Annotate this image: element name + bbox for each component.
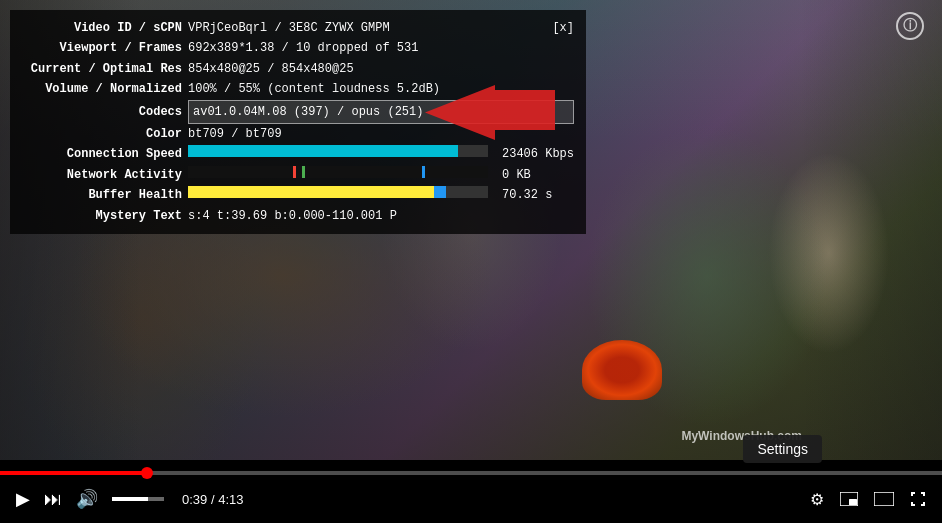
label-resolution: Current / Optimal Res xyxy=(22,59,182,79)
controls-bar: ▶ ⏭ 🔊 0:39 / 4:13 ⚙ xyxy=(0,468,942,523)
fullscreen-button[interactable] xyxy=(910,491,926,507)
stats-row-network: Network Activity 0 KB xyxy=(22,165,574,185)
svg-marker-1 xyxy=(425,85,555,140)
label-videoid: Video ID / sCPN xyxy=(22,18,182,38)
volume-bar-fill xyxy=(112,497,148,501)
volume-bar[interactable] xyxy=(112,497,164,501)
label-color: Color xyxy=(22,124,182,144)
connection-bar-fill xyxy=(188,145,458,157)
stats-close-button[interactable]: [x] xyxy=(552,18,574,38)
stats-row-connection: Connection Speed 23406 Kbps xyxy=(22,144,574,164)
value-videoid: VPRjCeoBqrl / 3E8C ZYWX GMPM xyxy=(188,18,546,38)
network-mark-green xyxy=(302,166,305,178)
skip-button[interactable]: ⏭ xyxy=(44,490,62,508)
progress-bar-fill xyxy=(0,471,147,475)
label-buffer: Buffer Health xyxy=(22,185,182,205)
network-mark-red xyxy=(293,166,296,178)
settings-button[interactable]: ⚙ xyxy=(810,490,824,509)
stats-row-buffer: Buffer Health 70.32 s xyxy=(22,185,574,205)
tulips-decoration xyxy=(582,340,662,400)
stats-row-resolution: Current / Optimal Res 854x480@25 / 854x4… xyxy=(22,59,574,79)
miniplayer-button[interactable] xyxy=(840,492,858,506)
time-current: 0:39 xyxy=(182,492,207,507)
svg-rect-3 xyxy=(849,499,857,505)
connection-speed-bar xyxy=(188,145,488,157)
network-activity-bar xyxy=(188,166,488,178)
buffer-bar-fill-yellow xyxy=(188,186,434,198)
label-network: Network Activity xyxy=(22,165,182,185)
network-mark-blue xyxy=(422,166,425,178)
play-button[interactable]: ▶ xyxy=(16,490,30,508)
label-volume: Volume / Normalized xyxy=(22,79,182,99)
stats-row-videoid: Video ID / sCPN VPRjCeoBqrl / 3E8C ZYWX … xyxy=(22,18,574,38)
svg-rect-4 xyxy=(874,492,894,506)
value-buffer: 70.32 s xyxy=(502,185,552,205)
stats-row-mystery: Mystery Text s:4 t:39.69 b:0.000-110.001… xyxy=(22,206,574,226)
label-connection: Connection Speed xyxy=(22,144,182,164)
time-total: 4:13 xyxy=(218,492,243,507)
controls-row: ▶ ⏭ 🔊 0:39 / 4:13 ⚙ xyxy=(0,475,942,523)
buffer-bar-fill-blue xyxy=(434,186,446,198)
label-codecs: Codecs xyxy=(22,102,182,122)
progress-bar-container[interactable] xyxy=(0,471,942,475)
progress-dot xyxy=(141,467,153,479)
volume-button[interactable]: 🔊 xyxy=(76,490,98,508)
label-mystery: Mystery Text xyxy=(22,206,182,226)
value-resolution: 854x480@25 / 854x480@25 xyxy=(188,59,574,79)
value-mystery: s:4 t:39.69 b:0.000-110.001 P xyxy=(188,206,574,226)
time-display: 0:39 / 4:13 xyxy=(182,492,243,507)
value-viewport: 692x389*1.38 / 10 dropped of 531 xyxy=(188,38,574,58)
info-button[interactable]: ⓘ xyxy=(896,12,924,40)
theater-button[interactable] xyxy=(874,492,894,506)
label-viewport: Viewport / Frames xyxy=(22,38,182,58)
settings-popup[interactable]: Settings xyxy=(743,435,822,463)
value-network: 0 KB xyxy=(502,165,531,185)
buffer-health-bar xyxy=(188,186,488,198)
stats-row-viewport: Viewport / Frames 692x389*1.38 / 10 drop… xyxy=(22,38,574,58)
arrow-annotation xyxy=(395,85,555,140)
value-connection: 23406 Kbps xyxy=(502,144,574,164)
right-controls: ⚙ xyxy=(810,490,926,509)
